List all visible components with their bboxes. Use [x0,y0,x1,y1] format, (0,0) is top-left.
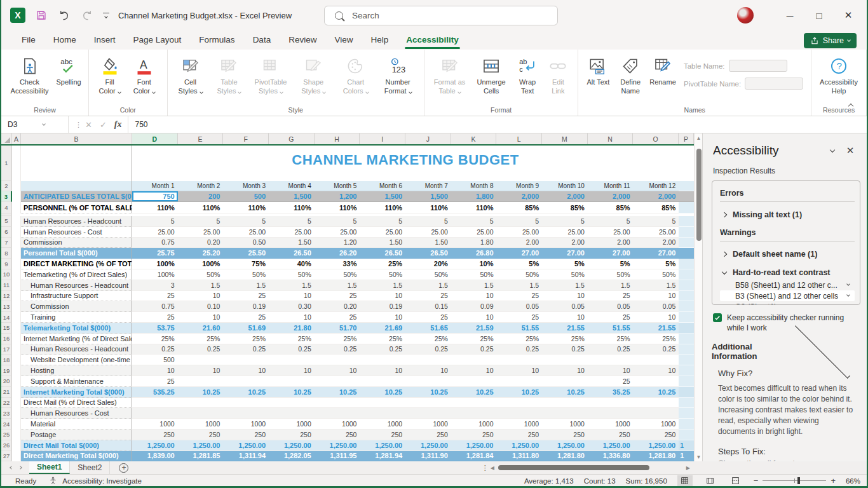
cell-P20[interactable] [679,376,694,387]
cell-I27[interactable]: 1,281.94 [360,451,405,461]
cell-G23[interactable] [269,408,315,419]
customize-toolbar-icon[interactable] [103,13,109,18]
cell-F22[interactable] [223,398,269,409]
maximize-button[interactable]: □ [804,0,834,30]
cell-E6[interactable]: 25.00 [178,227,224,238]
cell-D21[interactable]: 535.25 [132,387,178,398]
cell-D13[interactable]: 0.75 [132,301,178,312]
cell-G13[interactable]: 0.30 [269,301,315,312]
row-header-24[interactable]: 24 [1,419,12,430]
cell-L12[interactable]: 25 [497,291,543,302]
cell-J14[interactable]: 25 [405,312,451,323]
tab-help[interactable]: Help [363,32,396,48]
row-label-9[interactable]: DIRECT MARKETING (% OF TOTAL SALES) [21,259,132,269]
column-header-P[interactable]: P [679,133,694,144]
share-button[interactable]: Share [804,33,857,48]
cell-G27[interactable]: 1,282.05 [269,451,315,461]
row-label-15[interactable]: Telemarketing Total $(000) [21,323,132,334]
cell-F5[interactable]: 5 [223,216,269,227]
cell-D15[interactable]: 53.75 [132,323,178,334]
number-format-button[interactable]: 123Number Format [377,53,419,97]
row-label-23[interactable]: Human Resources - Cost [21,408,132,419]
page-layout-view-icon[interactable] [703,475,718,487]
row-label-11[interactable]: Human Resources - Headcount [21,280,132,291]
cell-P9[interactable] [679,259,694,269]
column-header-A[interactable]: A [12,133,21,144]
cell-M10[interactable]: 50% [542,269,588,280]
cell-L25[interactable]: 250 [497,430,543,440]
cell-L3[interactable]: 2,000 [497,191,543,202]
cell-J11[interactable]: 1.5 [405,280,451,291]
cell-P23[interactable] [679,408,694,419]
cell-L27[interactable]: 1,311.80 [497,451,543,461]
alt-text-button[interactable]: Alt Text [583,53,613,88]
cell-P5[interactable] [679,216,694,227]
normal-view-icon[interactable] [677,475,693,487]
row-header-6[interactable]: 6 [1,227,12,238]
row-label-14[interactable]: Training [21,312,132,323]
cell-F19[interactable]: 10 [223,365,269,376]
cell-D22[interactable] [132,398,178,409]
cell-G25[interactable]: 250 [269,430,315,440]
sheet-nav-left-icon[interactable] [10,466,13,470]
cell-O4[interactable]: 85% [634,202,679,214]
cell-N5[interactable]: 5 [588,216,634,227]
cell-N16[interactable]: 25% [588,334,634,344]
cell-K17[interactable]: 0.25 [451,344,497,355]
month-header-12[interactable]: Month 12 [634,181,679,191]
row-label-17[interactable]: Human Resources - Headcount [21,344,132,355]
cell-D26[interactable]: 1,250.00 [132,440,178,451]
cell-A2[interactable] [12,181,21,191]
cell-A4[interactable] [12,202,21,214]
row-header-8[interactable]: 8 [1,248,12,259]
cell-E14[interactable]: 10 [178,312,224,323]
column-header-B[interactable]: B [21,133,132,144]
cell-F8[interactable]: 25.50 [223,248,269,259]
row-header-19[interactable]: 19 [1,365,12,376]
cell-H18[interactable] [315,355,360,365]
cell-G12[interactable]: 10 [269,291,315,302]
cell-L5[interactable]: 5 [497,216,543,227]
cell-I12[interactable]: 10 [360,291,405,302]
cell-P3[interactable] [679,191,694,202]
cell-G3[interactable]: 1,500 [269,191,315,202]
cell-F20[interactable] [223,376,269,387]
unmerge-cells-button[interactable]: Unmerge Cells [471,53,512,97]
cell-L16[interactable]: 25% [497,334,543,344]
cell-M16[interactable]: 25% [542,334,588,344]
cell-J12[interactable]: 25 [405,291,451,302]
cell-L19[interactable]: 10 [497,365,543,376]
cell-K15[interactable]: 21.59 [451,323,497,334]
cell-G26[interactable]: 1,250.00 [269,440,315,451]
cell-N6[interactable]: 25.00 [588,227,634,238]
search-input[interactable]: Search [324,6,558,25]
cell-P12[interactable] [679,291,694,302]
cell-L6[interactable]: 25.00 [497,227,543,238]
cell-G15[interactable]: 21.80 [269,323,315,334]
row-header-5[interactable]: 5 [1,216,12,227]
cell-P16[interactable] [679,334,694,344]
cell-O7[interactable]: 2.00 [634,238,679,248]
cell-G8[interactable]: 26.50 [269,248,315,259]
cell-J18[interactable] [405,355,451,365]
cell-K11[interactable]: 1.5 [451,280,497,291]
sheet-nav-right-icon[interactable] [18,466,22,470]
cell-M26[interactable]: 1,250.00 [542,440,588,451]
cell-E24[interactable]: 1000 [178,419,224,430]
row-label-19[interactable]: Hosting [21,365,132,376]
cell-J8[interactable]: 26.50 [405,248,451,259]
cell-I24[interactable]: 1000 [360,419,405,430]
avatar[interactable] [737,7,754,24]
cell-P25[interactable] [679,430,694,440]
column-header-I[interactable]: I [360,133,405,144]
row-label-24[interactable]: Material [21,419,132,430]
row-header-26[interactable]: 26 [1,440,12,451]
cell-D4[interactable]: 110% [132,202,178,214]
cell-A22[interactable] [12,398,21,409]
cell-N15[interactable]: 51.55 [588,323,634,334]
cell-F17[interactable]: 0.25 [223,344,269,355]
cell-E4[interactable]: 110% [178,202,224,214]
cell-I3[interactable]: 1,500 [360,191,405,202]
cell-D19[interactable]: 10 [132,365,178,376]
cell-J10[interactable]: 50% [405,269,451,280]
